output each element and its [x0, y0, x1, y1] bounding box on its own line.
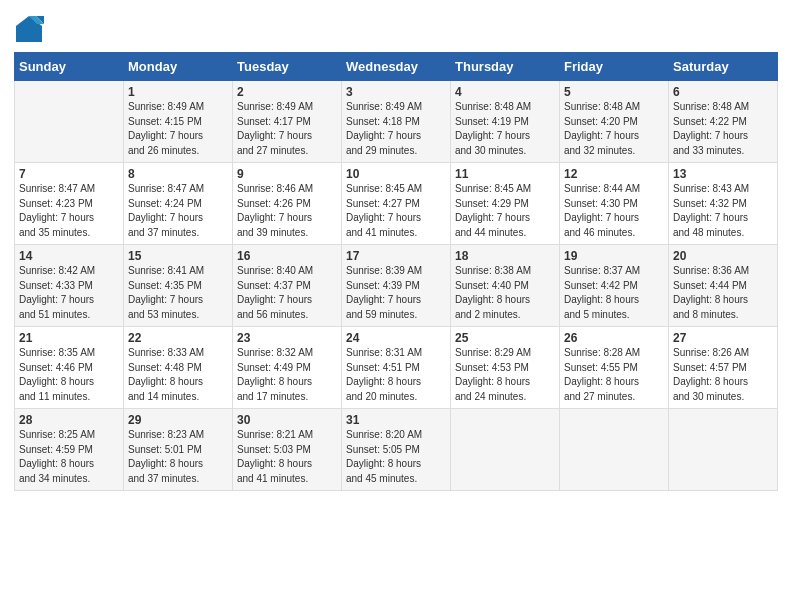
day-info: Sunrise: 8:42 AM Sunset: 4:33 PM Dayligh…: [19, 264, 119, 322]
day-cell: 16Sunrise: 8:40 AM Sunset: 4:37 PM Dayli…: [233, 245, 342, 327]
day-info: Sunrise: 8:36 AM Sunset: 4:44 PM Dayligh…: [673, 264, 773, 322]
day-info: Sunrise: 8:41 AM Sunset: 4:35 PM Dayligh…: [128, 264, 228, 322]
day-cell: 19Sunrise: 8:37 AM Sunset: 4:42 PM Dayli…: [560, 245, 669, 327]
day-number: 19: [564, 249, 664, 263]
day-number: 1: [128, 85, 228, 99]
day-cell: [560, 409, 669, 491]
day-cell: 14Sunrise: 8:42 AM Sunset: 4:33 PM Dayli…: [15, 245, 124, 327]
day-number: 17: [346, 249, 446, 263]
logo: [14, 14, 48, 44]
day-cell: 1Sunrise: 8:49 AM Sunset: 4:15 PM Daylig…: [124, 81, 233, 163]
day-number: 9: [237, 167, 337, 181]
day-info: Sunrise: 8:40 AM Sunset: 4:37 PM Dayligh…: [237, 264, 337, 322]
week-row-2: 14Sunrise: 8:42 AM Sunset: 4:33 PM Dayli…: [15, 245, 778, 327]
week-row-4: 28Sunrise: 8:25 AM Sunset: 4:59 PM Dayli…: [15, 409, 778, 491]
day-info: Sunrise: 8:43 AM Sunset: 4:32 PM Dayligh…: [673, 182, 773, 240]
header-row: SundayMondayTuesdayWednesdayThursdayFrid…: [15, 53, 778, 81]
day-info: Sunrise: 8:49 AM Sunset: 4:15 PM Dayligh…: [128, 100, 228, 158]
day-cell: 13Sunrise: 8:43 AM Sunset: 4:32 PM Dayli…: [669, 163, 778, 245]
day-number: 11: [455, 167, 555, 181]
day-cell: 12Sunrise: 8:44 AM Sunset: 4:30 PM Dayli…: [560, 163, 669, 245]
calendar-table: SundayMondayTuesdayWednesdayThursdayFrid…: [14, 52, 778, 491]
day-info: Sunrise: 8:45 AM Sunset: 4:29 PM Dayligh…: [455, 182, 555, 240]
day-cell: 20Sunrise: 8:36 AM Sunset: 4:44 PM Dayli…: [669, 245, 778, 327]
day-number: 26: [564, 331, 664, 345]
day-cell: [15, 81, 124, 163]
day-info: Sunrise: 8:25 AM Sunset: 4:59 PM Dayligh…: [19, 428, 119, 486]
day-number: 20: [673, 249, 773, 263]
header-cell-friday: Friday: [560, 53, 669, 81]
day-number: 13: [673, 167, 773, 181]
day-info: Sunrise: 8:47 AM Sunset: 4:23 PM Dayligh…: [19, 182, 119, 240]
day-cell: 6Sunrise: 8:48 AM Sunset: 4:22 PM Daylig…: [669, 81, 778, 163]
day-number: 15: [128, 249, 228, 263]
header-cell-wednesday: Wednesday: [342, 53, 451, 81]
day-number: 10: [346, 167, 446, 181]
day-number: 3: [346, 85, 446, 99]
day-cell: 31Sunrise: 8:20 AM Sunset: 5:05 PM Dayli…: [342, 409, 451, 491]
day-cell: [669, 409, 778, 491]
day-number: 28: [19, 413, 119, 427]
day-cell: 28Sunrise: 8:25 AM Sunset: 4:59 PM Dayli…: [15, 409, 124, 491]
logo-icon: [14, 14, 44, 44]
day-info: Sunrise: 8:23 AM Sunset: 5:01 PM Dayligh…: [128, 428, 228, 486]
day-number: 14: [19, 249, 119, 263]
day-number: 6: [673, 85, 773, 99]
day-number: 18: [455, 249, 555, 263]
day-cell: 17Sunrise: 8:39 AM Sunset: 4:39 PM Dayli…: [342, 245, 451, 327]
day-info: Sunrise: 8:44 AM Sunset: 4:30 PM Dayligh…: [564, 182, 664, 240]
day-info: Sunrise: 8:48 AM Sunset: 4:20 PM Dayligh…: [564, 100, 664, 158]
day-cell: 4Sunrise: 8:48 AM Sunset: 4:19 PM Daylig…: [451, 81, 560, 163]
day-number: 4: [455, 85, 555, 99]
day-cell: [451, 409, 560, 491]
day-info: Sunrise: 8:48 AM Sunset: 4:19 PM Dayligh…: [455, 100, 555, 158]
day-number: 16: [237, 249, 337, 263]
day-number: 21: [19, 331, 119, 345]
day-info: Sunrise: 8:20 AM Sunset: 5:05 PM Dayligh…: [346, 428, 446, 486]
day-info: Sunrise: 8:33 AM Sunset: 4:48 PM Dayligh…: [128, 346, 228, 404]
day-number: 5: [564, 85, 664, 99]
page-container: SundayMondayTuesdayWednesdayThursdayFrid…: [0, 0, 792, 501]
day-cell: 21Sunrise: 8:35 AM Sunset: 4:46 PM Dayli…: [15, 327, 124, 409]
day-number: 7: [19, 167, 119, 181]
day-info: Sunrise: 8:28 AM Sunset: 4:55 PM Dayligh…: [564, 346, 664, 404]
day-cell: 2Sunrise: 8:49 AM Sunset: 4:17 PM Daylig…: [233, 81, 342, 163]
day-number: 8: [128, 167, 228, 181]
day-number: 24: [346, 331, 446, 345]
header-cell-thursday: Thursday: [451, 53, 560, 81]
day-info: Sunrise: 8:29 AM Sunset: 4:53 PM Dayligh…: [455, 346, 555, 404]
day-cell: 7Sunrise: 8:47 AM Sunset: 4:23 PM Daylig…: [15, 163, 124, 245]
day-cell: 10Sunrise: 8:45 AM Sunset: 4:27 PM Dayli…: [342, 163, 451, 245]
day-number: 12: [564, 167, 664, 181]
day-number: 27: [673, 331, 773, 345]
day-number: 31: [346, 413, 446, 427]
day-cell: 15Sunrise: 8:41 AM Sunset: 4:35 PM Dayli…: [124, 245, 233, 327]
day-cell: 24Sunrise: 8:31 AM Sunset: 4:51 PM Dayli…: [342, 327, 451, 409]
day-info: Sunrise: 8:45 AM Sunset: 4:27 PM Dayligh…: [346, 182, 446, 240]
day-info: Sunrise: 8:46 AM Sunset: 4:26 PM Dayligh…: [237, 182, 337, 240]
day-cell: 22Sunrise: 8:33 AM Sunset: 4:48 PM Dayli…: [124, 327, 233, 409]
day-cell: 9Sunrise: 8:46 AM Sunset: 4:26 PM Daylig…: [233, 163, 342, 245]
day-info: Sunrise: 8:49 AM Sunset: 4:18 PM Dayligh…: [346, 100, 446, 158]
week-row-1: 7Sunrise: 8:47 AM Sunset: 4:23 PM Daylig…: [15, 163, 778, 245]
day-cell: 18Sunrise: 8:38 AM Sunset: 4:40 PM Dayli…: [451, 245, 560, 327]
day-cell: 5Sunrise: 8:48 AM Sunset: 4:20 PM Daylig…: [560, 81, 669, 163]
day-number: 22: [128, 331, 228, 345]
day-cell: 29Sunrise: 8:23 AM Sunset: 5:01 PM Dayli…: [124, 409, 233, 491]
header-cell-monday: Monday: [124, 53, 233, 81]
day-cell: 27Sunrise: 8:26 AM Sunset: 4:57 PM Dayli…: [669, 327, 778, 409]
week-row-3: 21Sunrise: 8:35 AM Sunset: 4:46 PM Dayli…: [15, 327, 778, 409]
day-cell: 26Sunrise: 8:28 AM Sunset: 4:55 PM Dayli…: [560, 327, 669, 409]
day-cell: 11Sunrise: 8:45 AM Sunset: 4:29 PM Dayli…: [451, 163, 560, 245]
day-number: 23: [237, 331, 337, 345]
day-number: 30: [237, 413, 337, 427]
day-cell: 25Sunrise: 8:29 AM Sunset: 4:53 PM Dayli…: [451, 327, 560, 409]
day-info: Sunrise: 8:32 AM Sunset: 4:49 PM Dayligh…: [237, 346, 337, 404]
header-cell-saturday: Saturday: [669, 53, 778, 81]
day-info: Sunrise: 8:35 AM Sunset: 4:46 PM Dayligh…: [19, 346, 119, 404]
header: [14, 10, 778, 44]
day-cell: 3Sunrise: 8:49 AM Sunset: 4:18 PM Daylig…: [342, 81, 451, 163]
day-info: Sunrise: 8:39 AM Sunset: 4:39 PM Dayligh…: [346, 264, 446, 322]
week-row-0: 1Sunrise: 8:49 AM Sunset: 4:15 PM Daylig…: [15, 81, 778, 163]
header-cell-sunday: Sunday: [15, 53, 124, 81]
